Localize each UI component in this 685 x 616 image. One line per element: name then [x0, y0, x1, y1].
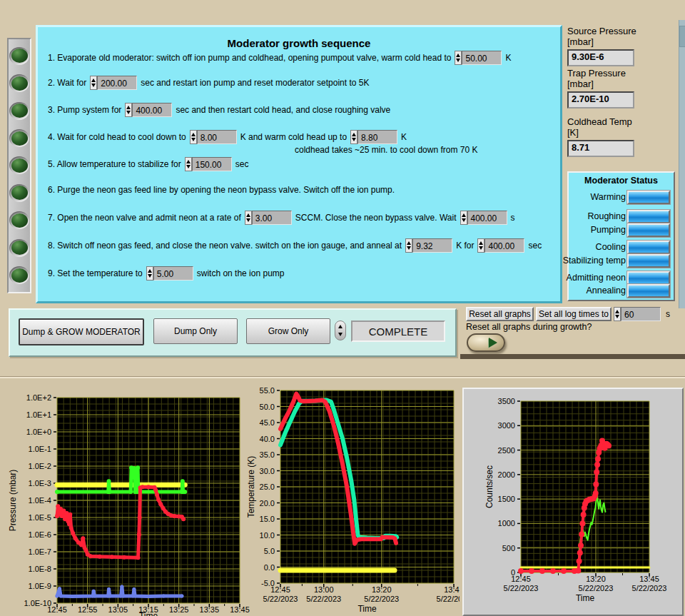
svg-text:1.0E-4: 1.0E-4 — [29, 496, 51, 505]
svg-text:5/22/2023: 5/22/2023 — [364, 595, 399, 603]
increment-decrement-icon[interactable] — [190, 130, 197, 144]
step-text: 3. Pump system for — [48, 105, 121, 115]
log-time-stepper[interactable]: 60 — [614, 307, 661, 321]
numeric-value[interactable]: 400.00 — [132, 103, 172, 117]
anneal-temp-stepper[interactable]: 9.32 — [405, 238, 452, 253]
coldhead-temp-label: Coldhead Temp [K] — [567, 116, 632, 138]
svg-text:5/22/2023: 5/22/2023 — [579, 584, 614, 592]
dump-grow-button[interactable]: Dump & GROW MODERATOR — [19, 318, 144, 345]
step-row-9: 9. Set the temperature to 5.00 switch on… — [48, 266, 285, 281]
numeric-value[interactable]: 50.00 — [462, 51, 502, 65]
svg-text:10.0: 10.0 — [260, 531, 275, 540]
increment-decrement-icon[interactable] — [614, 307, 621, 321]
numeric-value[interactable]: 200.00 — [97, 76, 137, 90]
step2-led-icon — [11, 76, 28, 91]
dump-only-button[interactable]: Dump Only — [153, 318, 238, 344]
scrollbar-thumb[interactable] — [679, 26, 685, 47]
status-row: Cooling — [570, 240, 670, 254]
warmup-temp-stepper[interactable]: 8.80 — [350, 130, 397, 144]
warm-coldhead-temp-stepper[interactable]: 50.00 — [455, 51, 502, 65]
step-text: 2. Wait for — [48, 78, 86, 88]
source-pressure-readout: 9.30E-6 — [567, 49, 634, 66]
step-unit: K — [505, 53, 511, 63]
svg-text:1.0E+2: 1.0E+2 — [26, 393, 51, 402]
svg-text:1.0E-1: 1.0E-1 — [29, 445, 51, 453]
increment-decrement-icon[interactable] — [185, 157, 192, 171]
step7-led-icon — [11, 213, 28, 228]
decrement-icon[interactable] — [338, 333, 342, 336]
svg-text:5/22/2023: 5/22/2023 — [632, 584, 667, 592]
numeric-value[interactable]: 3.00 — [252, 211, 292, 225]
svg-text:1000: 1000 — [498, 519, 515, 527]
svg-text:Temperature (K): Temperature (K) — [246, 456, 256, 518]
status-label: Annealing — [586, 286, 626, 296]
svg-text:1.0E-6: 1.0E-6 — [29, 530, 51, 539]
sequence-panel: Moderator growth sequence 1. Evaporate o… — [36, 25, 562, 303]
anneal-time-stepper[interactable]: 400.00 — [477, 238, 524, 253]
step-text: SCCM. Close the neon bypass valve. Wait — [295, 213, 457, 223]
increment-decrement-icon[interactable] — [455, 51, 462, 65]
run-mode-stepper[interactable] — [335, 320, 346, 340]
increment-decrement-icon[interactable] — [90, 76, 97, 90]
increment-decrement-icon[interactable] — [245, 211, 252, 225]
svg-text:0.0: 0.0 — [264, 563, 275, 572]
increment-decrement-icon[interactable] — [405, 238, 412, 253]
numeric-value[interactable]: 8.80 — [357, 130, 397, 144]
increment-decrement-icon[interactable] — [146, 266, 153, 281]
increment-icon[interactable] — [338, 325, 342, 328]
set-log-times-button[interactable]: Set all log times to — [536, 307, 612, 321]
svg-text:13:05: 13:05 — [108, 605, 128, 614]
numeric-value[interactable]: 400.00 — [484, 238, 524, 253]
moderator-status-panel: Moderator Status Warming Roughing Pumpin… — [567, 171, 675, 301]
numeric-value[interactable]: 150.00 — [192, 157, 232, 171]
cooldown-temp-stepper[interactable]: 8.00 — [190, 130, 237, 144]
svg-text:13:45: 13:45 — [639, 575, 659, 583]
step-row-7: 7. Open the neon valve and admit neon at… — [48, 210, 515, 226]
scrollbar[interactable] — [679, 20, 685, 308]
svg-text:5/22/2023: 5/22/2023 — [504, 584, 539, 592]
svg-text:3500: 3500 — [498, 397, 515, 405]
counts-graph: 350030002500200015001000500012:455/22/20… — [465, 391, 682, 614]
svg-text:5/22/2023: 5/22/2023 — [437, 595, 460, 603]
led-well — [9, 102, 29, 120]
grow-only-button[interactable]: Grow Only — [246, 318, 330, 344]
led-well — [9, 239, 29, 257]
svg-text:1.0E-8: 1.0E-8 — [29, 565, 51, 573]
page-title: Moderator growth sequence — [38, 37, 560, 49]
reset-during-growth-toggle[interactable] — [467, 333, 505, 352]
svg-text:13:25: 13:25 — [169, 605, 189, 614]
increment-decrement-icon[interactable] — [350, 130, 357, 144]
svg-text:12:45: 12:45 — [511, 575, 531, 583]
numeric-value[interactable]: 400.00 — [467, 211, 507, 225]
increment-decrement-icon[interactable] — [477, 238, 484, 253]
reset-all-graphs-button[interactable]: Reset all graphs — [466, 307, 534, 321]
temperature-graph: 55.050.045.040.035.030.025.020.015.010.0… — [244, 380, 460, 616]
svg-text:Time: Time — [357, 604, 377, 614]
stabilize-time-stepper[interactable]: 150.00 — [185, 157, 232, 171]
svg-text:40.0: 40.0 — [260, 435, 275, 443]
increment-decrement-icon[interactable] — [460, 211, 467, 225]
step-unit: s — [511, 213, 515, 223]
roughing-indicator — [627, 210, 670, 223]
status-label: Admitting neon — [567, 273, 626, 283]
svg-text:35.0: 35.0 — [260, 450, 275, 459]
final-temp-stepper[interactable]: 5.00 — [146, 266, 193, 281]
numeric-value[interactable]: 9.32 — [412, 238, 452, 253]
numeric-value[interactable]: 8.00 — [197, 130, 237, 144]
label-line: Source Pressure — [567, 26, 636, 36]
wait-time-stepper[interactable]: 200.00 — [90, 76, 137, 90]
numeric-value[interactable]: 5.00 — [153, 266, 193, 281]
pump-time-stepper[interactable]: 400.00 — [125, 103, 172, 117]
svg-text:Time: Time — [576, 593, 595, 603]
coldhead-temp-readout: 8.71 — [567, 140, 634, 157]
increment-decrement-icon[interactable] — [125, 103, 132, 117]
svg-text:Counts/sec: Counts/sec — [484, 465, 494, 508]
step8-led-icon — [11, 241, 28, 255]
numeric-value[interactable]: 60 — [621, 307, 661, 321]
svg-text:5/22/2023: 5/22/2023 — [306, 595, 341, 603]
svg-text:2500: 2500 — [498, 446, 515, 455]
led-well — [9, 74, 29, 92]
svg-text:25.0: 25.0 — [260, 483, 275, 491]
neon-rate-stepper[interactable]: 3.00 — [245, 211, 292, 225]
neon-wait-stepper[interactable]: 400.00 — [460, 211, 507, 225]
